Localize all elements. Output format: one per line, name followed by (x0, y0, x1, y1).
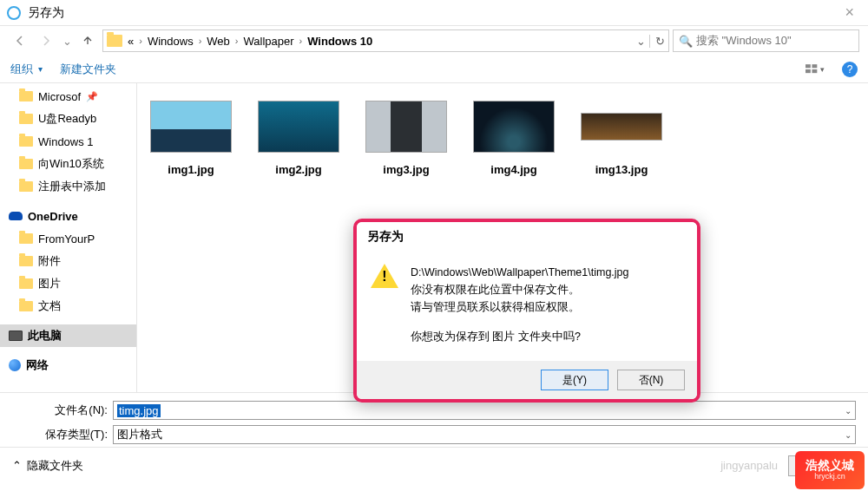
svg-rect-2 (806, 69, 811, 73)
filetype-value: 图片格式 (117, 427, 162, 442)
thumb-image (150, 101, 232, 153)
thumb-image (365, 101, 447, 153)
dialog-question: 你想改为保存到 图片 文件夹中吗? (411, 328, 628, 345)
view-button[interactable]: ▾ (806, 60, 825, 79)
sidebar-item-11[interactable]: 网络 (0, 354, 136, 376)
chevron-down-icon: ▾ (38, 64, 43, 74)
close-button[interactable]: × (838, 3, 861, 22)
folder-icon (19, 91, 33, 101)
thumb-image (473, 101, 555, 153)
hide-folders-toggle[interactable]: ⌃ 隐藏文件夹 (12, 458, 83, 474)
sidebar-item-7[interactable]: 附件 (0, 250, 136, 272)
svg-rect-1 (812, 64, 818, 68)
thumbnail-0[interactable]: img1.jpg (148, 101, 234, 176)
no-button[interactable]: 否(N) (617, 370, 685, 390)
search-input[interactable]: 🔍 搜索 "Windows 10" (673, 29, 859, 52)
filetype-label: 保存类型(T): (12, 427, 108, 442)
dialog-title: 另存为 (357, 222, 697, 252)
folder-icon (19, 301, 33, 311)
thumbnail-3[interactable]: img4.jpg (470, 101, 557, 176)
permission-dialog: 另存为 ! D:\Windows\Web\Wallpaper\Theme1\ti… (353, 219, 700, 403)
dialog-line2: 你没有权限在此位置中保存文件。 (411, 281, 628, 298)
sidebar-label: U盘Readyb (38, 111, 96, 127)
new-folder-button[interactable]: 新建文件夹 (60, 62, 116, 77)
thumb-label: img1.jpg (148, 163, 234, 176)
sidebar-item-4[interactable]: 注册表中添加 (0, 175, 136, 198)
sidebar-item-0[interactable]: Microsof📌 (0, 85, 136, 108)
filename-input[interactable]: timg.jpg ⌄ (113, 401, 856, 420)
bc-windows[interactable]: Windows (148, 35, 194, 48)
nav-bar: ⌄ « › Windows › Web › Wallpaper › Window… (0, 26, 868, 56)
thumb-label: img2.jpg (255, 163, 342, 176)
yes-button[interactable]: 是(Y) (541, 370, 608, 390)
chevron-right-icon: › (199, 36, 202, 46)
pin-icon: 📌 (86, 91, 98, 102)
thumbnail-2[interactable]: img3.jpg (363, 101, 450, 176)
sidebar-label: Microsof (38, 90, 81, 103)
hide-folders-label: 隐藏文件夹 (27, 458, 83, 474)
sidebar-label: OneDrive (28, 210, 78, 223)
chevron-right-icon: › (235, 36, 239, 46)
sidebar-item-9[interactable]: 文档 (0, 295, 136, 318)
dialog-message: D:\Windows\Web\Wallpaper\Theme1\timg.jpg… (411, 264, 628, 345)
logo-main: 浩然义城 (806, 459, 854, 472)
folder-icon (19, 278, 33, 289)
pc-icon (9, 331, 23, 341)
bc-wallpaper[interactable]: Wallpaper (244, 35, 294, 48)
thumb-image (581, 113, 662, 141)
search-placeholder: 搜索 "Windows 10" (696, 33, 792, 49)
app-icon (7, 6, 21, 20)
bc-prefix: « (128, 35, 134, 48)
onedrive-icon (9, 212, 23, 220)
organize-menu[interactable]: 组织 (10, 62, 33, 77)
sidebar-label: Windows 1 (38, 135, 94, 148)
sidebar-label: 此电脑 (28, 328, 62, 344)
sidebar-label: 注册表中添加 (38, 179, 106, 194)
thumb-label: img3.jpg (363, 163, 450, 176)
bc-win10[interactable]: Windows 10 (307, 35, 372, 48)
sidebar-label: FromYourP (38, 232, 95, 245)
sidebar-item-1[interactable]: U盘Readyb (0, 108, 136, 130)
footer: ⌃ 隐藏文件夹 jingyanpalu 保存(S) (0, 447, 868, 483)
folder-icon (19, 233, 33, 244)
filename-label: 文件名(N): (12, 403, 108, 418)
chevron-right-icon: › (139, 36, 142, 46)
thumb-image (258, 101, 339, 153)
chevron-down-icon[interactable]: ⌄ (845, 430, 852, 440)
help-button[interactable]: ? (842, 62, 858, 77)
recent-button[interactable]: ⌄ (61, 29, 73, 52)
folder-icon (19, 181, 33, 192)
back-button[interactable] (9, 29, 31, 52)
breadcrumb-dropdown[interactable]: ⌄↻ (636, 35, 665, 48)
site-logo: 浩然义城 hryckj.cn (795, 451, 865, 489)
sidebar-label: 附件 (38, 253, 61, 269)
network-icon (9, 359, 21, 371)
sidebar-label: 向Win10系统 (38, 156, 104, 172)
bc-web[interactable]: Web (207, 35, 230, 48)
thumbnail-1[interactable]: img2.jpg (255, 101, 342, 176)
watermark-text: jingyanpalu (720, 459, 778, 472)
svg-rect-3 (812, 69, 818, 73)
folder-icon (19, 256, 33, 266)
folder-icon (107, 35, 122, 47)
folder-icon (19, 114, 33, 124)
sidebar-label: 图片 (38, 276, 61, 291)
sidebar-item-5[interactable]: OneDrive (0, 205, 136, 227)
up-button[interactable] (76, 29, 99, 52)
chevron-right-icon: › (299, 36, 303, 46)
thumbnail-grid: img1.jpgimg2.jpgimg3.jpgimg4.jpgimg13.jp… (148, 101, 858, 176)
sidebar-label: 文档 (38, 298, 61, 314)
forward-button[interactable] (35, 29, 57, 52)
svg-rect-0 (806, 64, 811, 68)
thumbnail-4[interactable]: img13.jpg (578, 101, 665, 176)
sidebar-item-3[interactable]: 向Win10系统 (0, 153, 136, 175)
sidebar-item-8[interactable]: 图片 (0, 272, 136, 295)
search-icon: 🔍 (679, 35, 693, 48)
sidebar-item-6[interactable]: FromYourP (0, 227, 136, 250)
chevron-down-icon[interactable]: ⌄ (845, 406, 852, 416)
title-bar: 另存为 × (0, 0, 868, 26)
sidebar-item-10[interactable]: 此电脑 (0, 324, 136, 347)
sidebar-item-2[interactable]: Windows 1 (0, 130, 136, 153)
filetype-select[interactable]: 图片格式 ⌄ (113, 425, 856, 444)
breadcrumb[interactable]: « › Windows › Web › Wallpaper › Windows … (102, 29, 669, 52)
